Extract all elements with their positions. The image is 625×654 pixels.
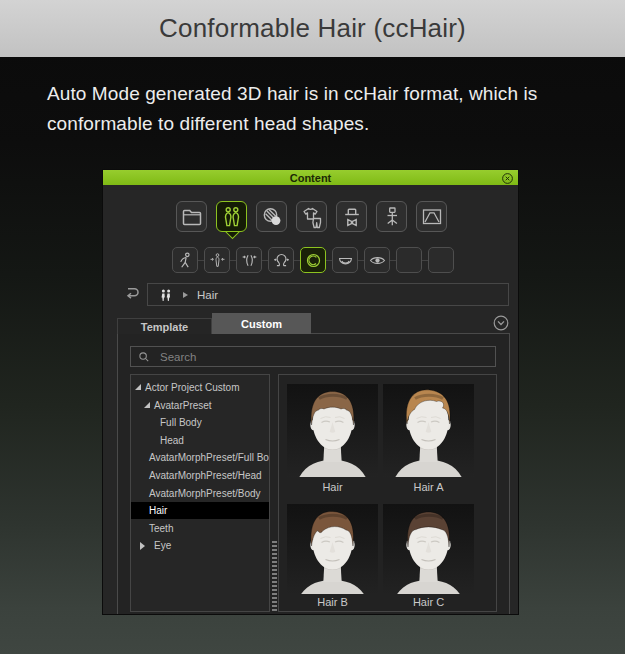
thumbnail-hair-c[interactable] <box>383 504 474 594</box>
tree-item-head[interactable]: Head <box>131 432 269 449</box>
actor-pair-icon <box>160 288 172 301</box>
teeth-button[interactable] <box>332 247 358 273</box>
breadcrumb[interactable]: Hair <box>147 283 509 306</box>
tree-item-avatarmorphpreset-head[interactable]: AvatarMorphPreset/Head <box>131 467 269 484</box>
tab-template[interactable]: Template <box>117 318 212 334</box>
tree-item-avatarmorphpreset-full-body[interactable]: AvatarMorphPreset/Full Body <box>131 449 269 466</box>
body-morph-icon <box>208 251 227 270</box>
tree-item-hair[interactable]: Hair <box>131 502 269 519</box>
tree-scrollbar-handle[interactable] <box>272 541 277 611</box>
material-button[interactable] <box>256 201 287 232</box>
tree-item-teeth[interactable]: Teeth <box>131 520 269 537</box>
search-input[interactable] <box>158 350 462 364</box>
tree-item-label: Actor Project Custom <box>145 379 239 396</box>
body-morph-button[interactable] <box>204 247 230 273</box>
accessory-icon <box>340 205 364 229</box>
head-morph-icon <box>272 251 291 270</box>
close-icon[interactable] <box>501 171 514 184</box>
empty-slot-7-button[interactable] <box>396 247 422 273</box>
thumbnail-hair-b[interactable] <box>287 504 378 594</box>
hair-icon <box>304 251 323 270</box>
search-icon <box>138 351 150 363</box>
thumbnail-hair[interactable] <box>287 384 378 477</box>
eye-icon <box>368 251 387 270</box>
tree-item-label: Hair <box>149 502 167 519</box>
cloth-icon <box>300 205 324 229</box>
hair-button[interactable] <box>300 247 326 273</box>
page-title: Conformable Hair (ccHair) <box>159 13 466 44</box>
back-arrow-icon[interactable] <box>123 282 141 300</box>
tree-item-label: AvatarMorphPreset/Body <box>149 485 261 502</box>
teeth-icon <box>336 251 355 270</box>
prop-button[interactable] <box>376 201 407 232</box>
tree-item-label: Teeth <box>149 520 173 537</box>
tree-item-label: Head <box>160 432 184 449</box>
tab-template-label: Template <box>141 321 188 333</box>
tree-scrollbar[interactable] <box>272 375 277 611</box>
actor-icon <box>220 205 244 229</box>
page: Conformable Hair (ccHair) Auto Mode gene… <box>0 0 625 654</box>
tree-item-label: Full Body <box>160 414 202 431</box>
panel-title: Content <box>290 172 332 184</box>
tab-custom[interactable]: Custom <box>212 313 311 334</box>
stage-button[interactable] <box>416 201 447 232</box>
folder-button[interactable] <box>176 201 207 232</box>
thumbnail-label: Hair B <box>287 596 378 608</box>
thumbnail-hair-a[interactable] <box>383 384 474 477</box>
actor-button[interactable] <box>216 201 247 232</box>
breadcrumb-category: Hair <box>197 289 218 301</box>
cloth-button[interactable] <box>296 201 327 232</box>
breadcrumb-caret-icon <box>183 292 188 298</box>
tree-item-label: AvatarPreset <box>154 397 212 414</box>
collapse-chevron-icon[interactable] <box>493 315 509 331</box>
eye-button[interactable] <box>364 247 390 273</box>
tree-item-label: Eye <box>154 537 171 554</box>
avatar-button[interactable] <box>172 247 198 273</box>
tree-item-label: AvatarMorphPreset/Head <box>149 467 262 484</box>
content-panel: Content Hair Template Custom <box>103 170 518 614</box>
tree-item-full-body[interactable]: Full Body <box>131 414 269 431</box>
accessory-button[interactable] <box>336 201 367 232</box>
thumbnail-label: Hair C <box>383 596 474 608</box>
page-description: Auto Mode generated 3D hair is in ccHair… <box>47 79 599 139</box>
search-box[interactable] <box>130 346 496 367</box>
thumbnail-label: Hair <box>287 481 378 493</box>
stage-icon <box>420 205 444 229</box>
tab-custom-label: Custom <box>241 318 282 330</box>
thumbnail-label: Hair A <box>383 481 474 493</box>
head-morph-button[interactable] <box>268 247 294 273</box>
expanded-triangle-icon[interactable] <box>144 402 150 408</box>
empty-slot-8-button[interactable] <box>428 247 454 273</box>
tree-item-label: AvatarMorphPreset/Full Body <box>149 449 269 466</box>
folder-tree: Actor Project CustomAvatarPresetFull Bod… <box>130 374 270 612</box>
skin-morph-button[interactable] <box>236 247 262 273</box>
folder-icon <box>180 205 204 229</box>
doc-header: Conformable Hair (ccHair) <box>0 0 625 57</box>
tree-item-avatarmorphpreset-body[interactable]: AvatarMorphPreset/Body <box>131 485 269 502</box>
tree-item-eye[interactable]: Eye <box>131 537 269 554</box>
expanded-triangle-icon[interactable] <box>135 384 141 390</box>
material-icon <box>260 205 284 229</box>
collapsed-triangle-icon[interactable] <box>140 542 145 550</box>
avatar-icon <box>176 251 195 270</box>
tree-item-actor-project-custom[interactable]: Actor Project Custom <box>131 379 269 396</box>
thumbnail-grid: Hair Hair A <box>278 374 497 612</box>
tab-content: Actor Project CustomAvatarPresetFull Bod… <box>117 333 510 614</box>
prop-icon <box>380 205 404 229</box>
panel-titlebar[interactable]: Content <box>103 170 518 185</box>
tree-item-avatarpreset[interactable]: AvatarPreset <box>131 397 269 414</box>
skin-morph-icon <box>240 251 259 270</box>
